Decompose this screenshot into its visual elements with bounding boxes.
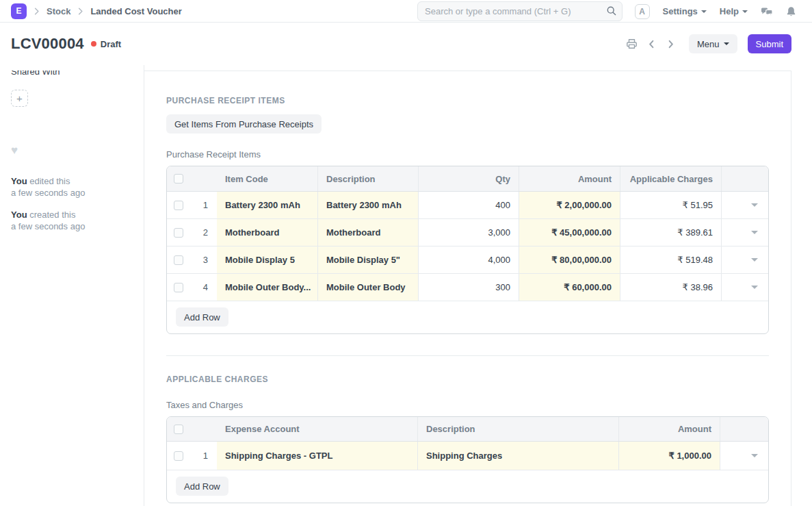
amount-cell[interactable]: ₹ 1,000.00 xyxy=(618,442,720,470)
amount-cell[interactable]: ₹ 2,00,000.00 xyxy=(519,192,620,218)
settings-menu[interactable]: Settings xyxy=(663,6,707,16)
col-header-qty[interactable]: Qty xyxy=(418,166,519,191)
status-dot-icon xyxy=(91,41,96,47)
app-logo-letter: E xyxy=(16,6,21,16)
form-body: PURCHASE RECEIPT ITEMS Get Items From Pu… xyxy=(144,71,791,506)
col-header-item-code[interactable]: Item Code xyxy=(217,166,317,191)
expense-account-cell[interactable]: Shipping Charges - GTPL xyxy=(217,442,417,470)
search-input[interactable] xyxy=(417,1,623,21)
page-head: LCV00004 Draft Menu Submit xyxy=(0,23,812,65)
form-sidebar: Shared With + ♥ You edited this a few se… xyxy=(0,65,144,506)
help-menu[interactable]: Help xyxy=(720,6,748,16)
qty-cell[interactable]: 3,000 xyxy=(418,219,519,246)
get-items-from-purchase-receipts-button[interactable]: Get Items From Purchase Receipts xyxy=(166,114,322,134)
col-header-applicable-charges[interactable]: Applicable Charges xyxy=(620,166,721,191)
announcements-icon[interactable] xyxy=(761,6,773,17)
row-index[interactable]: 4 xyxy=(203,282,208,292)
table-row: 1 Battery 2300 mAh Battery 2300 mAh 400 … xyxy=(167,192,768,219)
row-index[interactable]: 1 xyxy=(203,200,208,210)
avatar[interactable]: A xyxy=(635,4,650,19)
activity-action: created this xyxy=(29,210,75,220)
row-index[interactable]: 2 xyxy=(203,227,208,238)
like-heart-icon[interactable]: ♥ xyxy=(11,144,133,157)
row-index[interactable]: 1 xyxy=(203,451,208,461)
col-header-description[interactable]: Description xyxy=(317,166,418,191)
row-expand-button[interactable] xyxy=(721,192,768,218)
row-checkbox[interactable] xyxy=(174,228,183,238)
print-button[interactable] xyxy=(625,37,639,51)
search-icon[interactable] xyxy=(606,5,617,18)
description-cell[interactable]: Motherboard xyxy=(317,219,418,246)
prev-document-button[interactable] xyxy=(645,38,658,51)
add-row-button[interactable]: Add Row xyxy=(176,307,228,327)
select-all-checkbox[interactable] xyxy=(174,174,183,184)
menu-button-label: Menu xyxy=(697,39,720,49)
chevron-down-icon xyxy=(751,454,758,457)
chevron-down-icon xyxy=(751,203,758,207)
row-expand-button[interactable] xyxy=(721,274,768,301)
breadcrumb: E Stock Landed Cost Voucher xyxy=(11,3,182,19)
row-checkbox[interactable] xyxy=(174,201,183,210)
amount-cell[interactable]: ₹ 45,00,000.00 xyxy=(519,219,620,246)
settings-label: Settings xyxy=(663,6,698,16)
amount-cell[interactable]: ₹ 80,00,000.00 xyxy=(519,246,620,273)
taxes-and-charges-table-label: Taxes and Charges xyxy=(166,400,769,410)
qty-cell[interactable]: 400 xyxy=(418,192,519,218)
amount-cell[interactable]: ₹ 60,000.00 xyxy=(519,274,620,301)
description-cell[interactable]: Mobile Outer Body xyxy=(317,274,418,301)
item-code-cell[interactable]: Motherboard xyxy=(217,219,317,246)
qty-cell[interactable]: 4,000 xyxy=(418,246,519,273)
activity-time: a few seconds ago xyxy=(11,188,85,198)
help-label: Help xyxy=(720,6,739,16)
row-expand-button[interactable] xyxy=(721,246,768,273)
row-expand-button[interactable] xyxy=(720,442,768,470)
col-header-amount[interactable]: Amount xyxy=(618,417,720,441)
breadcrumb-stock[interactable]: Stock xyxy=(47,6,70,16)
table-row: 1 Shipping Charges - GTPL Shipping Charg… xyxy=(167,442,768,470)
notifications-bell-icon[interactable] xyxy=(786,6,796,17)
breadcrumb-landed-cost-voucher[interactable]: Landed Cost Voucher xyxy=(90,6,181,16)
applicable-charges-cell[interactable]: ₹ 519.48 xyxy=(620,246,721,273)
global-search xyxy=(417,1,623,21)
row-checkbox[interactable] xyxy=(174,255,183,265)
applicable-charges-cell[interactable]: ₹ 389.61 xyxy=(620,219,721,246)
description-cell[interactable]: Battery 2300 mAh xyxy=(317,192,418,218)
submit-button[interactable]: Submit xyxy=(748,34,791,53)
select-all-checkbox[interactable] xyxy=(174,425,183,434)
activity-time: a few seconds ago xyxy=(11,221,85,231)
section-heading: APPLICABLE CHARGES xyxy=(166,375,769,384)
grid-header-row: Item Code Description Qty Amount Applica… xyxy=(167,166,768,192)
app-logo[interactable]: E xyxy=(11,3,27,19)
col-header-amount[interactable]: Amount xyxy=(519,166,620,191)
description-cell[interactable]: Shipping Charges xyxy=(417,442,618,470)
add-row-button-label: Add Row xyxy=(184,312,220,322)
status-badge: Draft xyxy=(91,39,121,49)
item-code-cell[interactable]: Battery 2300 mAh xyxy=(217,192,317,218)
purchase-receipt-items-grid: Item Code Description Qty Amount Applica… xyxy=(166,166,769,334)
table-row: 3 Mobile Display 5 Mobile Display 5" 4,0… xyxy=(167,246,768,274)
col-header-expense-account[interactable]: Expense Account xyxy=(217,417,417,441)
add-row-button-label: Add Row xyxy=(184,481,220,492)
row-expand-button[interactable] xyxy=(721,219,768,246)
item-code-cell[interactable]: Mobile Outer Body... xyxy=(217,274,317,301)
next-document-button[interactable] xyxy=(664,38,677,51)
row-checkbox[interactable] xyxy=(174,451,183,461)
activity-actor: You xyxy=(11,176,27,186)
chevron-down-icon xyxy=(751,286,758,289)
menu-button[interactable]: Menu xyxy=(689,34,737,53)
description-cell[interactable]: Mobile Display 5" xyxy=(317,246,418,273)
col-header-description[interactable]: Description xyxy=(417,417,618,441)
activity-created: You created this a few seconds ago xyxy=(11,209,133,232)
applicable-charges-cell[interactable]: ₹ 51.95 xyxy=(620,192,721,218)
plus-icon: + xyxy=(16,92,23,104)
qty-cell[interactable]: 300 xyxy=(418,274,519,301)
applicable-charges-cell[interactable]: ₹ 38.96 xyxy=(620,274,721,301)
chevron-down-icon xyxy=(701,10,707,13)
row-checkbox[interactable] xyxy=(174,283,183,292)
add-row-button[interactable]: Add Row xyxy=(176,477,228,496)
chevron-down-icon xyxy=(751,231,758,234)
add-share-button[interactable]: + xyxy=(11,90,28,107)
row-index[interactable]: 3 xyxy=(203,255,208,265)
taxes-and-charges-grid: Expense Account Description Amount 1 Shi… xyxy=(166,416,769,503)
item-code-cell[interactable]: Mobile Display 5 xyxy=(217,246,317,273)
